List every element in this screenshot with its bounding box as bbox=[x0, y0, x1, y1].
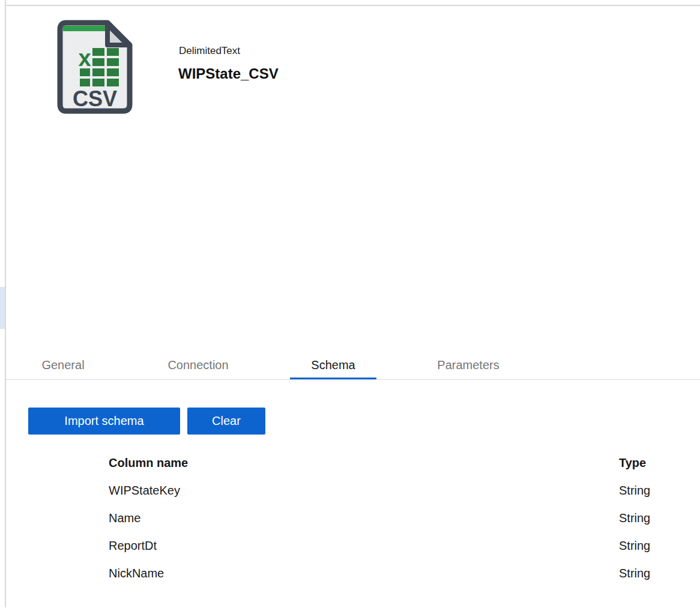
column-name-cell[interactable]: NickName bbox=[109, 567, 164, 580]
column-name-cell[interactable]: Name bbox=[109, 511, 140, 525]
excel-x-glyph: x bbox=[78, 46, 91, 71]
tab-parameters[interactable]: Parameters bbox=[423, 351, 513, 379]
csv-icon-label: CSV bbox=[73, 86, 117, 111]
import-schema-button[interactable]: Import schema bbox=[28, 408, 180, 435]
tab-parameters-label: Parameters bbox=[437, 358, 499, 372]
schema-table: Column name Type WIPStateKey String Name… bbox=[109, 449, 700, 587]
type-cell[interactable]: String bbox=[619, 484, 650, 498]
table-row[interactable]: ReportDt String bbox=[109, 532, 700, 559]
tab-connection[interactable]: Connection bbox=[153, 351, 243, 379]
tab-bar-divider bbox=[5, 379, 700, 380]
csv-file-icon: x CSV bbox=[57, 20, 133, 114]
column-name-header: Column name bbox=[109, 456, 188, 470]
dataset-type-label: DelimitedText bbox=[179, 45, 240, 57]
tab-schema[interactable]: Schema bbox=[288, 351, 378, 379]
panel-top-border bbox=[5, 5, 700, 6]
tab-bar: General Connection Schema Parameters bbox=[5, 351, 700, 379]
sidebar-selection-indicator bbox=[0, 287, 5, 329]
type-cell[interactable]: String bbox=[619, 539, 650, 553]
schema-table-header-row: Column name Type bbox=[109, 449, 700, 477]
column-name-cell[interactable]: ReportDt bbox=[109, 539, 157, 553]
column-name-cell[interactable]: WIPStateKey bbox=[109, 484, 180, 498]
table-row[interactable]: WIPStateKey String bbox=[109, 477, 700, 504]
dataset-editor-panel: x CSV DelimitedText WIPState_CSV General… bbox=[0, 0, 700, 611]
clear-button[interactable]: Clear bbox=[187, 408, 265, 435]
tab-general-label: General bbox=[41, 358, 84, 372]
type-header: Type bbox=[619, 456, 646, 470]
panel-left-border bbox=[5, 0, 6, 607]
table-row[interactable]: NickName String bbox=[109, 559, 700, 587]
type-cell[interactable]: String bbox=[619, 511, 650, 525]
tab-general[interactable]: General bbox=[18, 351, 108, 379]
tab-schema-label: Schema bbox=[311, 358, 355, 372]
type-cell[interactable]: String bbox=[619, 567, 650, 580]
table-row[interactable]: Name String bbox=[109, 504, 700, 532]
tab-connection-label: Connection bbox=[167, 358, 228, 372]
dataset-name: WIPState_CSV bbox=[178, 65, 279, 82]
